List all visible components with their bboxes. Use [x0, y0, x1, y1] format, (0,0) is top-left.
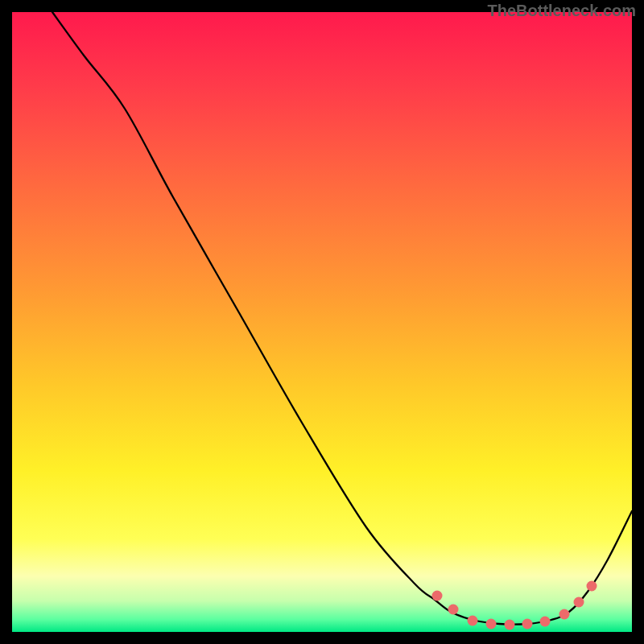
watermark-text: TheBottleneck.com [488, 2, 636, 20]
heatmap-bg [12, 12, 632, 632]
plot-area [12, 12, 632, 632]
svg-rect-0 [12, 12, 632, 632]
chart-frame: TheBottleneck.com [0, 0, 644, 644]
